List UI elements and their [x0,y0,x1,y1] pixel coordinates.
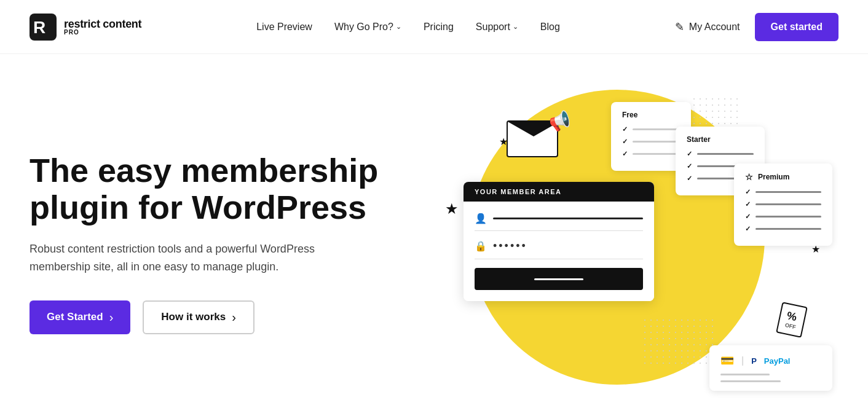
member-submit-button [475,268,643,290]
payment-card: 💳 | P PayPal [709,345,832,391]
lock-field-icon: 🔒 [475,240,487,252]
dots-pattern-bottom [642,317,716,366]
nav-support[interactable]: Support ⌄ [476,22,518,33]
hero-title: The easy membership plugin for WordPress [30,152,408,226]
credit-card-icon: 💳 [720,354,734,367]
pricing-starter-title: Starter [687,135,754,144]
how-it-works-button[interactable]: How it works › [143,300,254,334]
hero-illustration: ★ ★ ★ 📢 YOUR MEMBER AREA [408,84,838,403]
hero-actions: Get Started › How it works › [30,300,408,334]
navigation: R restrict content PRO Live Preview Why … [0,0,868,54]
nav-pricing[interactable]: Pricing [424,22,454,33]
paypal-text: PayPal [764,356,791,366]
user-field-icon: 👤 [475,213,487,224]
star-icon-large: ★ [445,200,459,218]
pricing-premium-card: ☆ Premium ✓ ✓ ✓ ✓ [734,163,832,246]
payment-line-1 [720,374,770,375]
pricing-premium-row-4: ✓ [745,225,821,233]
my-account-link[interactable]: ✎ My Account [675,20,740,34]
hero-content: The easy membership plugin for WordPress… [30,152,408,334]
pricing-premium-row-1: ✓ [745,188,821,196]
hero-section: The easy membership plugin for WordPress… [0,54,868,408]
user-icon: ✎ [675,20,684,34]
logo-pro-badge: PRO [64,29,141,36]
paypal-divider: | [741,355,744,366]
payment-line-2 [720,380,781,382]
pricing-free-row-2: ✓ [622,138,680,146]
pricing-free-row-3: ✓ [622,150,680,158]
paypal-icon: P [751,356,757,366]
logo-icon: R [30,14,57,41]
nav-live-preview[interactable]: Live Preview [256,22,312,33]
arrow-right-icon-2: › [232,310,236,324]
pricing-premium-title: ☆ Premium [745,172,821,182]
pricing-free-title: Free [622,111,680,119]
svg-text:R: R [33,18,45,37]
member-card-header: YOUR MEMBER AREA [464,182,654,202]
get-started-hero-button[interactable]: Get Started › [30,300,130,334]
logo[interactable]: R restrict content PRO [30,14,141,41]
get-started-nav-button[interactable]: Get started [755,13,838,41]
submit-line [534,278,583,280]
nav-blog[interactable]: Blog [540,22,560,33]
member-area-card: YOUR MEMBER AREA 👤 🔒 •••••• [464,182,654,301]
nav-why-go-pro[interactable]: Why Go Pro? ⌄ [334,22,401,33]
discount-tag: % OFF [776,302,808,338]
member-password-field: 🔒 •••••• [475,240,643,259]
nav-links: Live Preview Why Go Pro? ⌄ Pricing Suppo… [256,22,560,33]
envelope-illustration: 📢 [507,108,580,182]
pricing-free-row-1: ✓ [622,125,680,133]
chevron-down-icon-2: ⌄ [513,23,518,31]
member-card-body: 👤 🔒 •••••• [464,202,654,301]
hero-description: Robust content restriction tools and a p… [30,240,374,276]
password-dots: •••••• [493,240,527,253]
payment-icons-row: 💳 | P PayPal [720,354,821,367]
member-username-field: 👤 [475,213,643,231]
pricing-starter-row-1: ✓ [687,150,754,158]
logo-name: restrict content [64,18,141,29]
nav-right: ✎ My Account Get started [675,13,838,41]
username-line [493,218,643,219]
pricing-premium-row-2: ✓ [745,200,821,208]
chevron-down-icon: ⌄ [396,23,401,31]
pricing-premium-row-3: ✓ [745,213,821,221]
arrow-right-icon: › [109,310,114,324]
premium-star-icon: ☆ [745,172,753,182]
